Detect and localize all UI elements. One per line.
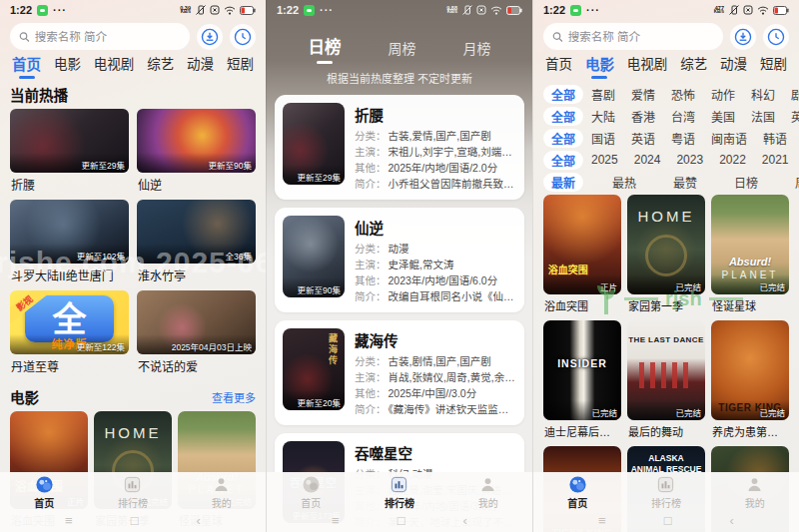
filter-option[interactable]: 全部 <box>543 107 583 126</box>
android-home-button[interactable]: □ <box>398 514 405 527</box>
hot-title: 丹道至尊 <box>11 357 128 374</box>
nav-home[interactable]: 首页 <box>281 475 341 510</box>
rank-icon <box>123 475 142 494</box>
filter-option[interactable]: 恐怖 <box>663 85 703 104</box>
tab-daily[interactable]: 日榜 <box>309 34 342 64</box>
hot-card[interactable]: 全36集 淮水竹亭 <box>137 200 256 290</box>
filter-option[interactable]: 2021 <box>754 152 797 168</box>
filter-option[interactable]: 最赞 <box>665 173 705 192</box>
filter-option[interactable]: 日语 <box>795 129 799 148</box>
filter-option[interactable]: 最新 <box>543 173 583 192</box>
movie-card[interactable]: HOME已完结 家园第一季 <box>627 195 705 320</box>
hot-card[interactable]: 2025年04月03日上映 不说话的爱 <box>137 290 256 381</box>
filter-option[interactable]: 爱情 <box>623 85 663 104</box>
filter-option[interactable]: 2025 <box>583 152 626 168</box>
battery-icon <box>506 6 522 15</box>
filter-option[interactable]: 2022 <box>711 152 754 168</box>
filter-option[interactable]: 全部 <box>543 129 583 148</box>
alarm-off-icon <box>476 5 486 15</box>
search-input[interactable] <box>568 31 714 43</box>
movie-card[interactable]: Absurd!PLANET已完结 怪诞星球 <box>711 195 789 320</box>
nav-mine[interactable]: 我的 <box>725 475 785 510</box>
android-menu-button[interactable]: ≡ <box>332 514 340 527</box>
filter-option[interactable]: 喜剧 <box>583 85 623 104</box>
search-bar[interactable] <box>10 23 190 50</box>
filter-option[interactable]: 日榜 <box>726 173 766 192</box>
filter-option[interactable]: 韩语 <box>755 129 795 148</box>
tab-short[interactable]: 短剧 <box>227 57 254 78</box>
filter-option[interactable]: 全部 <box>543 151 583 170</box>
tab-anime[interactable]: 动漫 <box>187 57 214 78</box>
tab-movie[interactable]: 电影 <box>54 57 81 78</box>
filter-option[interactable]: 香港 <box>623 107 663 126</box>
filter-option[interactable]: 台湾 <box>663 107 703 126</box>
poster-yuxue: 浴血突围正片 <box>543 195 621 294</box>
filter-option[interactable]: 大陆 <box>583 107 623 126</box>
tab-anime[interactable]: 动漫 <box>720 57 747 78</box>
rank-item[interactable]: 更新至29集 折腰 分类：古装,爱情,国产,国产剧 主演：宋祖儿,刘宇宁,宣璐,… <box>275 95 524 200</box>
hot-card[interactable]: 更新至29集 折腰 <box>10 109 129 200</box>
android-back-button[interactable]: ‹ <box>730 514 734 527</box>
filter-option[interactable]: 2023 <box>668 152 711 168</box>
movie-card[interactable]: 浴血突围正片 浴血突围 <box>543 195 621 320</box>
android-back-button[interactable]: ‹ <box>197 514 201 527</box>
android-menu-button[interactable]: ≡ <box>598 514 606 527</box>
movie-card[interactable]: THE LAST DANCE已完结 最后的舞动 <box>627 320 705 446</box>
tab-variety[interactable]: 综艺 <box>680 57 707 78</box>
network-speed: 477KB/s <box>714 6 724 15</box>
tab-short[interactable]: 短剧 <box>760 57 787 78</box>
poster-tigerking: TIGER KING已完结 <box>711 320 789 420</box>
nav-mine[interactable]: 我的 <box>458 475 518 510</box>
hot-card[interactable]: 更新至90集 仙逆 <box>137 109 256 200</box>
filter-option[interactable]: 最热 <box>604 173 644 192</box>
filter-option[interactable]: 法国 <box>743 107 783 126</box>
filter-option[interactable]: 英国 <box>783 107 799 126</box>
filter-option[interactable]: 国语 <box>583 129 623 148</box>
filter-option[interactable]: 全部 <box>543 85 583 104</box>
tab-home[interactable]: 首页 <box>12 57 41 79</box>
download-button[interactable] <box>730 24 756 50</box>
nav-rank[interactable]: 排行榜 <box>370 475 429 510</box>
nav-rank[interactable]: 排行榜 <box>636 475 696 510</box>
alarm-off-icon <box>210 5 220 15</box>
filter-option[interactable]: 闽南语 <box>703 129 755 148</box>
search-input[interactable] <box>35 31 181 43</box>
history-button[interactable] <box>230 24 256 50</box>
filter-option[interactable]: 粤语 <box>663 129 703 148</box>
filter-option[interactable]: 周榜 <box>787 173 799 192</box>
movie-card[interactable]: TIGER KING已完结 养虎为患第一季 <box>711 320 789 446</box>
movie-card[interactable]: INSIDER已完结 迪士尼幕后探秘... <box>543 320 621 446</box>
tab-home[interactable]: 首页 <box>545 57 572 78</box>
filter-option[interactable]: 动作 <box>703 85 743 104</box>
filter-option[interactable]: 2024 <box>626 152 669 168</box>
filter-option[interactable]: 美国 <box>703 107 743 126</box>
nav-rank[interactable]: 排行榜 <box>103 475 163 510</box>
tab-tv[interactable]: 电视剧 <box>627 57 668 78</box>
nav-mine[interactable]: 我的 <box>192 475 252 510</box>
tab-variety[interactable]: 综艺 <box>147 57 174 78</box>
filter-option[interactable]: 剧情 <box>783 85 799 104</box>
android-back-button[interactable]: ‹ <box>463 514 467 527</box>
tab-weekly[interactable]: 周榜 <box>389 38 416 64</box>
history-button[interactable] <box>763 24 789 50</box>
filter-option[interactable]: 英语 <box>623 129 663 148</box>
nav-home[interactable]: 首页 <box>14 475 74 510</box>
rank-item[interactable]: 更新至90集 仙逆 分类：动漫 主演：史泽鲲,常文涛 其他：2023年/内地/国… <box>275 208 524 312</box>
hot-card[interactable]: 更新至102集 斗罗大陆II绝世唐门 <box>10 200 129 290</box>
filter-option[interactable]: 科幻 <box>743 85 783 104</box>
see-more-link[interactable]: 查看更多 <box>212 389 256 405</box>
rank-item[interactable]: 藏海传更新至20集 藏海传 分类：古装,剧情,国产,国产剧 主演：肖战,张婧仪,… <box>275 320 524 425</box>
battery-icon <box>773 6 789 15</box>
android-home-button[interactable]: □ <box>664 514 672 527</box>
tab-tv[interactable]: 电视剧 <box>94 57 135 78</box>
hot-card[interactable]: 影视 全 纯净版 更新至122集 丹道至尊 <box>10 290 129 381</box>
search-bar[interactable] <box>543 23 723 50</box>
nav-home[interactable]: 首页 <box>547 475 607 510</box>
android-home-button[interactable]: □ <box>131 514 139 527</box>
history-icon <box>234 28 252 46</box>
download-button[interactable] <box>197 24 223 50</box>
tab-movie[interactable]: 电影 <box>585 57 614 79</box>
hot-grid: 更新至29集 折腰 更新至90集 仙逆 更新至102集 斗罗大陆II绝世唐门 全… <box>0 109 266 381</box>
android-menu-button[interactable]: ≡ <box>65 514 73 527</box>
tab-monthly[interactable]: 月榜 <box>463 38 491 64</box>
